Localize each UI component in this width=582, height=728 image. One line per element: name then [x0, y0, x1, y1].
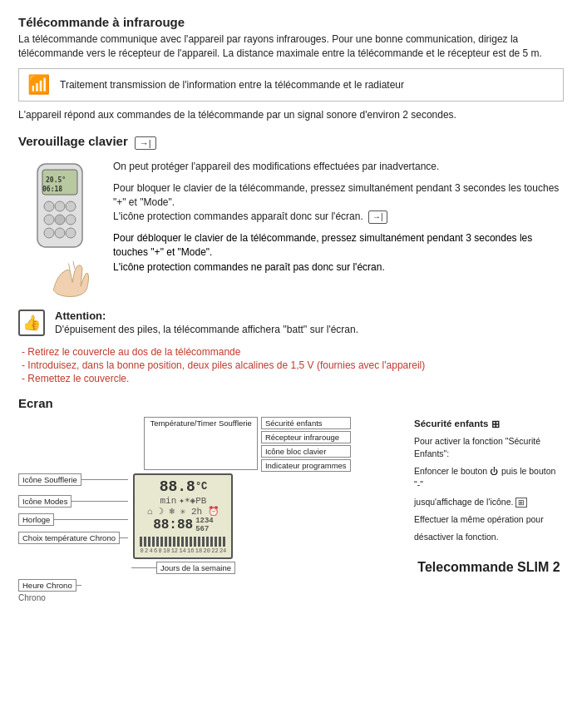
lcd-bar [140, 537, 226, 547]
battery-instructions: - Retirez le couvercle au dos de la télé… [22, 346, 564, 384]
line4 [120, 537, 128, 538]
svg-point-12 [66, 228, 76, 238]
battery-step3: - Remettez le couvercle. [22, 373, 564, 384]
attention-box: 👍 Attention: D'épuisement des piles, la … [18, 310, 564, 336]
verouillage-text-block: On peut protéger l'appareil des modifica… [113, 160, 564, 298]
securite-enfants-panel: Sécurité enfants ⊞ Pour activer la fonct… [414, 417, 564, 602]
verouillage-title: Verouillage clavier [18, 134, 128, 148]
verouillage-section: Verouillage clavier →| 20.5° 06:18 [18, 134, 564, 298]
svg-point-10 [44, 228, 54, 238]
label-heure-chrono: Heure Chrono [18, 579, 76, 592]
top-label-row: Température/Timer Soufflerie Sécurité en… [18, 417, 406, 472]
label-soufflerie: Icône Soufflerie [18, 473, 81, 486]
infrarouge-infobox: 📶 Traitement transmission de l'informati… [18, 68, 564, 102]
heure-chrono-row: Heure Chrono [18, 579, 406, 592]
attention-icon: 👍 [18, 310, 45, 336]
verouillage-text2: Pour bloquer le clavier de la télécomman… [113, 181, 564, 225]
infrarouge-signal-text: L'appareil répond aux commandes de la té… [18, 108, 564, 122]
lcd-clock-row: 88:88 1234567 [140, 517, 226, 533]
securite-para4: Effectuer la même opération pour [414, 513, 564, 526]
svg-point-8 [55, 215, 65, 225]
hand-svg [46, 260, 91, 298]
label-soufflerie-row: Icône Soufflerie [18, 473, 128, 486]
ecran-layout: Température/Timer Soufflerie Sécurité en… [18, 417, 564, 602]
ecran-section: Ecran Température/Timer Soufflerie Sécur… [18, 396, 564, 602]
svg-text:20.5°: 20.5° [46, 176, 66, 184]
svg-point-9 [66, 215, 76, 225]
label-chrono-temp: Choix température Chrono [18, 532, 120, 544]
right-label-securite: Sécurité enfants [261, 417, 351, 429]
lock-icon-inline2: ⊞ [515, 498, 527, 508]
attention-content: Attention: D'épuisement des piles, la té… [55, 310, 564, 335]
jours-label: Jours de la semaine [156, 562, 235, 574]
battery-step2: - Introduisez, dans la bonne position, d… [22, 359, 564, 371]
lcd-temp: 88.8 [160, 478, 195, 495]
line1 [81, 479, 128, 480]
verouillage-text3: Pour débloquer le clavier de la télécomm… [113, 231, 564, 275]
remote-image: 20.5° 06:18 [18, 160, 101, 298]
infrarouge-body: La télécommande communique avec l'appare… [18, 32, 564, 62]
telecommande-slim-label: Telecommande SLIM 2 [414, 557, 564, 577]
lcd-clock: 88:88 [153, 518, 193, 532]
infrarouge-section: Télécommande à infrarouge La télécommand… [18, 15, 564, 122]
securite-title: Sécurité enfants ⊞ [414, 417, 564, 432]
lcd-panel: 88.8 °C min ✦☀◈PB ⌂ ☽ ❄ ✳ 2h ⏰ [133, 473, 233, 559]
line2 [72, 501, 128, 502]
svg-line-14 [72, 261, 74, 269]
svg-point-11 [55, 228, 65, 238]
svg-point-6 [66, 201, 76, 211]
lcd-temp-row: 88.8 °C [140, 478, 226, 495]
attention-body: D'épuisement des piles, la télécommande … [55, 324, 564, 335]
infrarouge-info-text: Traitement transmission de l'information… [60, 79, 404, 91]
svg-point-7 [44, 215, 54, 225]
lcd-modes: ⌂ ☽ ❄ ✳ 2h ⏰ [147, 506, 219, 517]
diagram-left-labels: Icône Soufflerie Icône Modes Horloge Cho… [18, 473, 131, 547]
right-label-programmes: Indicateur programmes [261, 459, 351, 472]
jours-row: Jours de la semaine [131, 562, 235, 574]
top-label: Température/Timer Soufflerie [144, 417, 258, 470]
remote-svg: 20.5° 06:18 [31, 160, 89, 268]
infrarouge-title: Télécommande à infrarouge [18, 15, 564, 29]
diagram-center: 88.8 °C min ✦☀◈PB ⌂ ☽ ❄ ✳ 2h ⏰ [131, 473, 235, 574]
securite-para1: Pour activer la fonction "Sécurité Enfan… [414, 435, 564, 460]
verouillage-title-row: Verouillage clavier →| [18, 134, 564, 151]
battery-step1: - Retirez le couvercle au dos de la télé… [22, 346, 564, 358]
label-modes: Icône Modes [18, 495, 72, 508]
ecran-title: Ecran [18, 396, 564, 410]
securite-content: Sécurité enfants ⊞ Pour activer la fonct… [414, 417, 564, 577]
right-label-bloc: Icône bloc clavier [261, 445, 351, 458]
svg-point-4 [44, 201, 54, 211]
chrono-label: Chrono [18, 593, 406, 602]
lcd-unit: °C [195, 481, 207, 493]
label-horloge-row: Horloge [18, 513, 128, 526]
securite-para5: désactiver la fonction. [414, 531, 564, 543]
label-horloge: Horloge [18, 513, 54, 526]
svg-point-5 [55, 201, 65, 211]
ecran-diagram-area: Température/Timer Soufflerie Sécurité en… [18, 417, 406, 602]
jours-line [131, 567, 156, 568]
right-label-recepteur: Récepteur infrarouge [261, 431, 351, 443]
heure-line [76, 585, 81, 586]
lcd-symbols: ✦☀◈PB [179, 495, 206, 506]
label-chrono-temp-row: Choix température Chrono [18, 532, 128, 544]
lcd-numbers: 1234567 [195, 517, 214, 533]
attention-title: Attention: [55, 310, 564, 322]
line3 [54, 519, 128, 520]
lcd-modes-row: ⌂ ☽ ❄ ✳ 2h ⏰ [140, 506, 226, 517]
child-lock-icon: ⊞ [491, 417, 500, 432]
verouillage-content: 20.5° 06:18 O [18, 160, 564, 298]
svg-text:06:18: 06:18 [42, 186, 62, 193]
verouillage-text1: On peut protéger l'appareil des modifica… [113, 160, 564, 174]
key-icon: →| [135, 136, 156, 150]
diagram-container: Icône Soufflerie Icône Modes Horloge Cho… [18, 473, 406, 574]
label-modes-row: Icône Modes [18, 495, 128, 508]
securite-para2: Enfoncer le bouton ⏻ puis le bouton "-" [414, 465, 564, 490]
lcd-icons-row: min ✦☀◈PB [140, 495, 226, 506]
wifi-icon: 📶 [27, 74, 50, 96]
securite-para3: jusqu'affichage de l'icône. ⊞ [414, 496, 564, 508]
attention-section: 👍 Attention: D'épuisement des piles, la … [18, 310, 564, 384]
lock-inline-icon: →| [368, 210, 387, 225]
lcd-scale: 024681012141618202224 [140, 547, 226, 554]
lcd-min: min [160, 496, 177, 506]
